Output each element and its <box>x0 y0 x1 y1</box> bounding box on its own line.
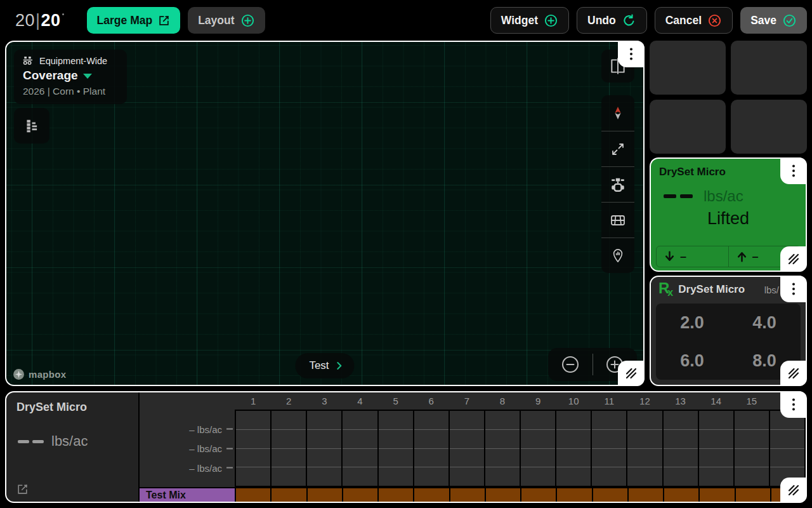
product-rate-cell <box>308 488 342 502</box>
chart-grid-column <box>272 411 306 486</box>
minus-circle-icon <box>561 355 580 374</box>
pin-chart-icon <box>611 248 625 264</box>
rate-widget[interactable]: DrySet Micro lbs/ac Lifted – – <box>650 157 807 272</box>
rx-widget[interactable]: R x DrySet Micro lbs/ 2.04.06.08.0 <box>650 276 807 386</box>
resize-icon <box>788 485 799 496</box>
map-metric-label: Coverage <box>23 69 78 83</box>
chart-plot-area: 12345678910111213141516 – lbs/ac– lbs/ac… <box>138 392 806 502</box>
map-menu-button[interactable] <box>618 41 645 67</box>
x-circle-icon <box>707 13 722 28</box>
chart-grid-column <box>307 411 341 486</box>
null-value-dash <box>664 194 676 198</box>
plus-circle-icon <box>240 13 255 28</box>
rx-logo-x: x <box>667 287 673 298</box>
column-header: 1 <box>236 396 270 406</box>
chart-edit-button[interactable] <box>16 483 29 495</box>
axis-row: – lbs/ac <box>189 462 235 473</box>
chevron-right-icon <box>333 359 346 372</box>
chart-grid <box>235 410 806 487</box>
zoom-out-button[interactable] <box>548 355 593 374</box>
rate-unit: lbs/ac <box>704 187 743 205</box>
mapbox-label: mapbox <box>29 369 66 380</box>
undo-button[interactable]: Undo <box>577 7 647 34</box>
legend-button[interactable] <box>14 108 49 144</box>
map-layer-selector[interactable]: Equipment-Wide Coverage 2026 | Corn • Pl… <box>14 50 127 104</box>
location-stats-button[interactable] <box>601 237 634 273</box>
widget-slot-grid <box>650 41 807 154</box>
chart-body: – lbs/ac– lbs/ac– lbs/ac <box>140 410 806 487</box>
map-widget[interactable]: Equipment-Wide Coverage 2026 | Corn • Pl… <box>5 41 645 386</box>
rx-unit: lbs/ <box>764 284 779 295</box>
app-logo: 20 | 20 <box>15 11 64 30</box>
map-resize-handle[interactable] <box>618 361 645 386</box>
column-header: 9 <box>521 396 555 406</box>
empty-widget-slot[interactable] <box>650 100 726 154</box>
product-rate-cell <box>272 488 306 502</box>
layout-button[interactable]: Layout <box>188 7 265 34</box>
map-toolbar <box>601 95 634 273</box>
empty-widget-slot[interactable] <box>731 100 807 154</box>
cancel-button[interactable]: Cancel <box>655 7 733 34</box>
axis-label: – lbs/ac <box>189 424 222 434</box>
product-row-label[interactable]: Test Mix <box>140 488 235 502</box>
mapbox-logo-icon <box>13 368 25 380</box>
chart-grid-column <box>414 411 449 486</box>
chart-grid-column <box>735 411 769 486</box>
kebab-icon <box>630 53 633 56</box>
chart-grid-column <box>770 411 804 486</box>
fit-bounds-button[interactable] <box>601 131 634 166</box>
chart-column-headers: 12345678910111213141516 <box>140 392 806 410</box>
empty-widget-slot[interactable] <box>731 41 807 95</box>
large-map-button[interactable]: Large Map <box>87 7 181 34</box>
save-label: Save <box>750 14 776 27</box>
chart-grid-column <box>521 411 555 486</box>
chart-grid-column <box>592 411 626 486</box>
product-rate-cell <box>379 488 413 502</box>
chart-widget-menu-button[interactable] <box>780 391 807 418</box>
rate-min-cell: – <box>657 246 728 267</box>
row-chart-widget[interactable]: DrySet Micro lbs/ac 12345678910111213141… <box>5 391 807 503</box>
axis-tick-icon <box>226 448 233 449</box>
logo-left: 20 <box>15 11 35 30</box>
chart-unit: lbs/ac <box>51 433 88 450</box>
chart-info-panel: DrySet Micro lbs/ac <box>6 392 138 502</box>
rx-widget-menu-button[interactable] <box>780 276 807 302</box>
rate-min-value: – <box>680 250 686 264</box>
axis-label: – lbs/ac <box>189 462 222 473</box>
save-button[interactable]: Save <box>740 7 807 34</box>
empty-widget-slot[interactable] <box>650 41 726 95</box>
null-value-dash <box>680 194 693 198</box>
equipment-view-button[interactable] <box>601 166 634 202</box>
column-header: 11 <box>592 396 626 406</box>
column-header: 13 <box>664 396 698 406</box>
product-rate-cell <box>486 488 520 502</box>
widget-label: Widget <box>501 14 538 27</box>
product-rate-cell <box>700 488 734 502</box>
chart-grid-column <box>627 411 662 486</box>
product-rate-cell <box>557 488 591 502</box>
null-value-dash <box>32 440 44 443</box>
chart-grid-column <box>343 411 377 486</box>
axis-tick-icon <box>226 467 233 469</box>
map-subtitle: 2026 | Corn • Plant <box>23 86 118 97</box>
widget-button[interactable]: Widget <box>490 7 569 34</box>
rate-widget-resize-handle[interactable] <box>780 246 807 272</box>
product-rate-cell <box>664 488 698 502</box>
mapbox-attribution[interactable]: mapbox <box>13 368 66 380</box>
chart-axis-labels: – lbs/ac– lbs/ac– lbs/ac <box>140 410 235 487</box>
chart-grid-column <box>556 411 591 486</box>
rate-widget-menu-button[interactable] <box>780 157 807 184</box>
test-button[interactable]: Test <box>295 353 354 378</box>
chart-widget-resize-handle[interactable] <box>780 478 807 503</box>
product-rate-cell <box>521 488 556 502</box>
legend-icon <box>23 117 40 134</box>
axis-label: – lbs/ac <box>189 443 222 454</box>
large-map-label: Large Map <box>97 14 153 27</box>
column-header: 6 <box>414 396 449 406</box>
planter-icon <box>610 177 626 193</box>
undo-icon <box>622 13 636 28</box>
compass-button[interactable] <box>601 95 634 131</box>
rx-widget-resize-handle[interactable] <box>780 361 807 386</box>
field-boundary-button[interactable] <box>601 202 634 237</box>
map-metric-dropdown[interactable]: Coverage <box>23 69 118 83</box>
